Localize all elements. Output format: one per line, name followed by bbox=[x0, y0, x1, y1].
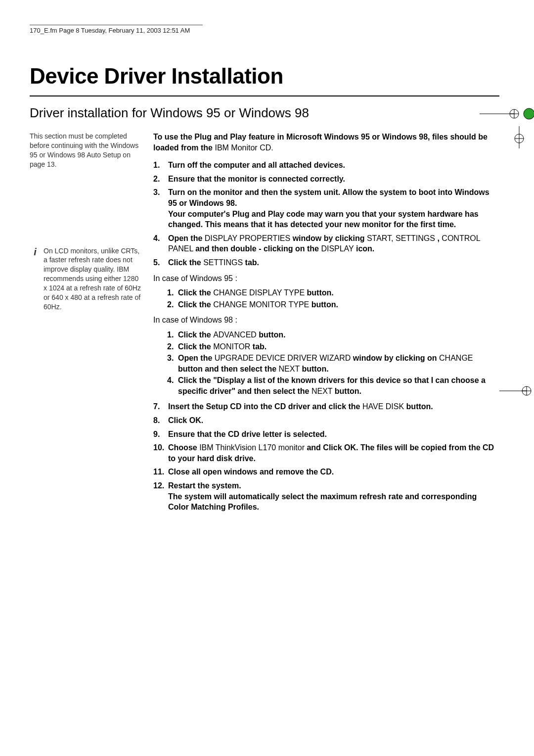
c95-1-btn: CHANGE DISPLAY TYPE bbox=[213, 288, 305, 297]
c98-3-p1: UPGRADE DEVICE DRIVER WIZARD bbox=[215, 354, 351, 362]
c98-4-p1: NEXT bbox=[312, 387, 332, 395]
side-note-refresh: i On LCD monitors, unlike CRTs, a faster… bbox=[30, 246, 142, 312]
page-title: Device Driver Installation bbox=[30, 64, 499, 89]
step-4-comma: , bbox=[437, 234, 442, 242]
c98-1-num: 1. bbox=[167, 330, 178, 340]
step-1: 1. Turn off the computer and all attache… bbox=[153, 160, 499, 171]
side-note-refresh-text: On LCD monitors, unlike CRTs, a faster r… bbox=[44, 246, 142, 312]
step-5-post: tab. bbox=[245, 258, 259, 267]
main-column: To use the Plug and Play feature in Micr… bbox=[153, 132, 499, 516]
step-4-disp: DISPLAY bbox=[321, 244, 354, 253]
s10-p1: IBM ThinkVision L170 monitor bbox=[199, 443, 305, 452]
case98-step-1: 1. Click the ADVANCED button. bbox=[167, 330, 499, 340]
c98-2-btn: MONITOR bbox=[213, 342, 250, 351]
c98-1-btn: ADVANCED bbox=[213, 331, 257, 339]
step-4-t3: and then double - clicking on the bbox=[195, 244, 321, 253]
svg-point-4 bbox=[524, 108, 534, 119]
step-3-text: Turn on the monitor and then the system … bbox=[168, 187, 499, 230]
step-5: 5. Click the SETTINGS tab. bbox=[153, 257, 499, 268]
c98-3-b2: window by clicking on bbox=[353, 354, 439, 362]
c95-1-pre: Click the bbox=[178, 288, 213, 297]
c98-1-pre: Click the bbox=[178, 331, 213, 339]
case95-step-1: 1. Click the CHANGE DISPLAY TYPE button. bbox=[167, 287, 499, 298]
step-8-num: 8. bbox=[153, 415, 168, 426]
case98-step-4: 4. Click the "Display a list of the know… bbox=[167, 375, 499, 396]
s7-b1: Insert the Setup CD into the CD driver a… bbox=[168, 402, 362, 411]
c95-2-post: button. bbox=[312, 300, 338, 309]
step-2-text: Ensure that the monitor is connected cor… bbox=[168, 174, 499, 185]
intro-plain: IBM Monitor CD. bbox=[215, 143, 273, 152]
c98-3-b4: button. bbox=[302, 365, 328, 373]
section-subtitle: Driver installation for Windows 95 or Wi… bbox=[30, 105, 499, 121]
step-3: 3. Turn on the monitor and then the syst… bbox=[153, 187, 499, 230]
c98-4-b2: button. bbox=[335, 387, 361, 395]
step-11-num: 11. bbox=[153, 467, 168, 477]
step-9: 9. Ensure that the CD drive letter is se… bbox=[153, 429, 499, 440]
step-5-num: 5. bbox=[153, 257, 168, 268]
running-header: 170_E.fm Page 8 Tuesday, February 11, 20… bbox=[30, 25, 203, 34]
intro-paragraph: To use the Plug and Play feature in Micr… bbox=[153, 132, 499, 153]
step-4: 4. Open the DISPLAY PROPERTIES window by… bbox=[153, 233, 499, 254]
step-1-text: Turn off the computer and all attached d… bbox=[168, 160, 499, 171]
c95-2-btn: CHANGE MONITOR TYPE bbox=[213, 300, 309, 309]
case95-1-num: 1. bbox=[167, 287, 178, 298]
step-4-dp: DISPLAY PROPERTIES bbox=[205, 234, 290, 242]
title-rule bbox=[30, 95, 499, 96]
step-11-text: Close all open windows and remove the CD… bbox=[168, 467, 499, 477]
case95-step-2: 2. Click the CHANGE MONITOR TYPE button. bbox=[167, 299, 499, 310]
step-2: 2. Ensure that the monitor is connected … bbox=[153, 174, 499, 185]
case-windows95-heading: In case of Windows 95 : bbox=[153, 273, 499, 284]
step-10-num: 10. bbox=[153, 442, 168, 464]
side-note-auto-setup: This section must be completed before co… bbox=[30, 132, 142, 169]
c98-3-num: 3. bbox=[167, 353, 178, 374]
step-3-num: 3. bbox=[153, 187, 168, 230]
step-9-num: 9. bbox=[153, 429, 168, 440]
c98-4-num: 4. bbox=[167, 375, 178, 396]
step-4-t2: window by clicking bbox=[293, 234, 367, 242]
step-2-num: 2. bbox=[153, 174, 168, 185]
case-windows98-heading: In case of Windows 98 : bbox=[153, 315, 499, 326]
c98-2-post: tab. bbox=[253, 342, 267, 351]
info-icon: i bbox=[30, 246, 41, 257]
c98-3-b1: Open the bbox=[178, 354, 215, 362]
step-12-num: 12. bbox=[153, 480, 168, 513]
step-12-text: Restart the system. The system will auto… bbox=[168, 480, 499, 513]
step-10: 10. Choose IBM ThinkVision L170 monitor … bbox=[153, 442, 499, 464]
s10-b1: Choose bbox=[168, 443, 199, 452]
step-8-text: Click OK. bbox=[168, 415, 499, 426]
step-5-pre: Click the bbox=[168, 258, 203, 267]
registration-mark-middle bbox=[480, 376, 534, 411]
intro-bold: To use the Plug and Play feature in Micr… bbox=[153, 133, 488, 152]
case98-step-3: 3. Open the UPGRADE DEVICE DRIVER WIZARD… bbox=[167, 353, 499, 374]
case98-step-2: 2. Click the MONITOR tab. bbox=[167, 341, 499, 352]
step-7-num: 7. bbox=[153, 401, 168, 412]
c98-3-b3: button and then select the bbox=[178, 365, 279, 373]
step-8: 8. Click OK. bbox=[153, 415, 499, 426]
step-4-t1: Open the bbox=[168, 234, 205, 242]
c98-2-pre: Click the bbox=[178, 342, 213, 351]
step-4-end: icon. bbox=[356, 244, 374, 253]
c98-2-num: 2. bbox=[167, 341, 178, 352]
step-4-start: START, SETTINGS bbox=[367, 234, 435, 242]
step-4-num: 4. bbox=[153, 233, 168, 254]
step-1-num: 1. bbox=[153, 160, 168, 171]
step-7: 7. Insert the Setup CD into the CD drive… bbox=[153, 401, 499, 412]
step-11: 11. Close all open windows and remove th… bbox=[153, 467, 499, 477]
c95-2-pre: Click the bbox=[178, 300, 213, 309]
s7-p1: HAVE DISK bbox=[362, 402, 404, 411]
side-column: This section must be completed before co… bbox=[30, 132, 153, 325]
case95-2-num: 2. bbox=[167, 299, 178, 310]
c98-1-post: button. bbox=[259, 331, 285, 339]
c98-3-p2: CHANGE bbox=[439, 354, 473, 362]
step-9-text: Ensure that the CD drive letter is selec… bbox=[168, 429, 499, 440]
registration-mark-top bbox=[480, 99, 534, 134]
side-note-autosetup: Auto Setup bbox=[87, 151, 121, 159]
step-12: 12. Restart the system. The system will … bbox=[153, 480, 499, 513]
step-5-tab: SETTINGS bbox=[203, 258, 243, 267]
c95-1-post: button. bbox=[307, 288, 334, 297]
c98-3-p3: NEXT bbox=[279, 365, 300, 373]
s7-b2: button. bbox=[406, 402, 433, 411]
